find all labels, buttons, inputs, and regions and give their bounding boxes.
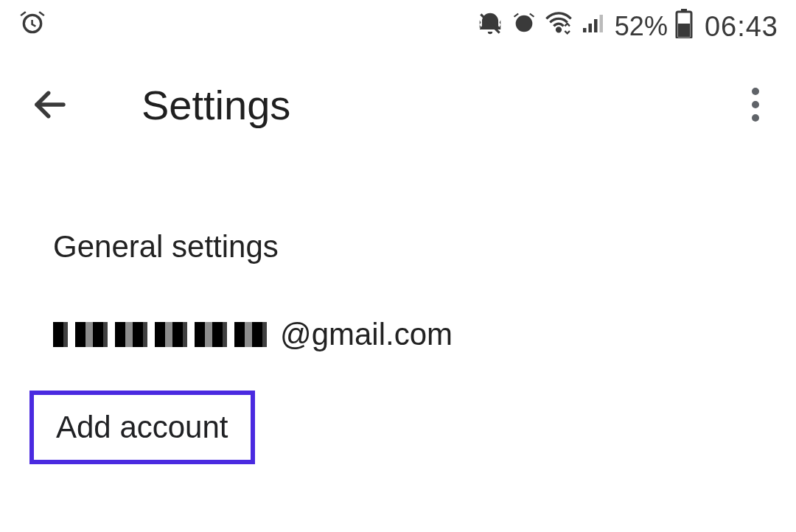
clock-time: 06:43 (705, 11, 778, 43)
svg-rect-8 (678, 24, 690, 37)
svg-rect-3 (588, 24, 592, 32)
battery-pct: 52% (615, 11, 668, 42)
svg-rect-5 (599, 15, 603, 32)
more-vert-icon (752, 88, 759, 95)
wifi-icon (544, 9, 573, 45)
alarm-icon (18, 9, 47, 45)
svg-point-1 (556, 27, 560, 31)
overflow-menu-button[interactable] (744, 80, 767, 129)
svg-rect-7 (681, 9, 687, 12)
account-item[interactable]: @gmail.com (0, 291, 796, 379)
account-email-domain: @gmail.com (280, 313, 453, 357)
app-bar: Settings (0, 53, 796, 156)
page-title: Settings (142, 81, 290, 129)
vibrate-icon (476, 10, 504, 44)
add-account-button[interactable]: Add account (29, 391, 255, 464)
redacted-email-local (53, 322, 274, 347)
alarm-small-icon (512, 11, 537, 43)
back-button[interactable] (27, 81, 74, 128)
battery-icon (675, 9, 693, 45)
status-bar: 52% 06:43 (0, 0, 796, 53)
svg-rect-4 (594, 19, 598, 32)
signal-icon (581, 10, 607, 43)
settings-list: General settings @gmail.com Add account (0, 156, 796, 476)
general-settings-item[interactable]: General settings (0, 203, 796, 291)
svg-rect-2 (583, 28, 587, 32)
